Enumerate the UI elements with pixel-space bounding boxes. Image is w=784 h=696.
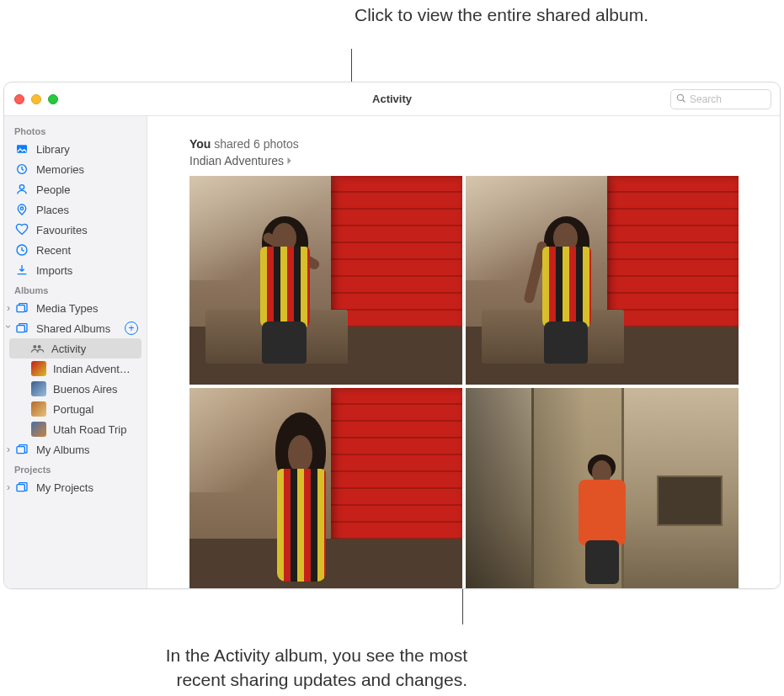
- stack-icon: [14, 300, 29, 316]
- sidebar-item-media-types[interactable]: Media Types: [4, 298, 147, 318]
- sidebar-item-my-albums[interactable]: My Albums: [4, 439, 147, 460]
- sidebar-item-label: Buenos Aires: [53, 383, 118, 396]
- add-shared-album-button[interactable]: +: [125, 321, 138, 335]
- sidebar-item-favourites[interactable]: Favourites: [4, 220, 147, 240]
- album-thumb-icon: [31, 422, 46, 437]
- section-header-albums: Albums: [4, 280, 147, 298]
- sidebar-item-label: Places: [36, 204, 69, 216]
- activity-header: You shared 6 photos Indian Adventures: [147, 116, 780, 176]
- sidebar-item-indian-adventures[interactable]: Indian Advent…: [4, 359, 147, 379]
- sidebar-item-label: Portugal: [53, 403, 93, 416]
- window-title: Activity: [4, 93, 780, 105]
- section-header-projects: Projects: [4, 460, 147, 477]
- projects-icon: [14, 480, 29, 495]
- sidebar-item-label: Media Types: [36, 302, 98, 315]
- clock-icon: [14, 242, 29, 258]
- sidebar-item-my-projects[interactable]: My Projects: [4, 477, 147, 497]
- download-icon: [14, 263, 29, 278]
- photo-thumbnail[interactable]: [466, 388, 739, 588]
- sidebar: Photos Library Memories People Places Fa…: [4, 116, 147, 588]
- album-thumb-icon: [31, 401, 46, 417]
- photo-thumbnail[interactable]: [189, 176, 462, 385]
- people-icon: [14, 182, 29, 197]
- sidebar-item-label: My Albums: [36, 444, 90, 456]
- activity-actor: You: [189, 137, 211, 151]
- sidebar-item-buenos-aires[interactable]: Buenos Aires: [4, 379, 147, 399]
- search-field[interactable]: [670, 89, 771, 109]
- app-window: Activity Photos Library Memories People: [3, 82, 781, 589]
- svg-point-4: [20, 207, 23, 210]
- search-icon: [676, 92, 686, 107]
- svg-rect-6: [17, 305, 24, 312]
- sidebar-item-imports[interactable]: Imports: [4, 260, 147, 280]
- sidebar-item-memories[interactable]: Memories: [4, 159, 147, 179]
- callout-bottom-text: In the Activity album, you see the most …: [131, 644, 467, 692]
- section-header-photos: Photos: [4, 121, 147, 139]
- sidebar-item-people[interactable]: People: [4, 179, 147, 199]
- sidebar-item-shared-albums[interactable]: Shared Albums +: [4, 318, 147, 338]
- photo-grid: [147, 176, 780, 588]
- sidebar-item-label: Memories: [36, 163, 84, 176]
- sidebar-item-label: Shared Albums: [36, 322, 110, 335]
- svg-rect-10: [17, 447, 24, 454]
- sidebar-item-label: Favourites: [36, 224, 88, 236]
- places-icon: [14, 202, 29, 217]
- titlebar: Activity: [4, 82, 780, 116]
- svg-point-9: [38, 345, 41, 348]
- photo-thumbnail[interactable]: [466, 176, 739, 385]
- svg-point-8: [33, 345, 36, 348]
- main-content: You shared 6 photos Indian Adventures: [147, 116, 780, 588]
- heart-icon: [14, 222, 29, 237]
- sidebar-item-label: Utah Road Trip: [53, 423, 126, 436]
- chevron-right-icon: [286, 153, 293, 170]
- activity-action-text: shared 6 photos: [211, 137, 298, 151]
- svg-point-3: [19, 185, 24, 189]
- sidebar-item-label: My Projects: [36, 481, 93, 494]
- sidebar-item-utah-road-trip[interactable]: Utah Road Trip: [4, 419, 147, 439]
- sidebar-item-label: Recent: [36, 244, 71, 257]
- sidebar-item-recent[interactable]: Recent: [4, 240, 147, 260]
- svg-rect-11: [17, 485, 24, 491]
- svg-rect-7: [17, 326, 24, 332]
- album-icon: [14, 442, 29, 457]
- search-input[interactable]: [690, 93, 781, 105]
- memories-icon: [14, 162, 29, 177]
- album-link-label: Indian Adventures: [189, 153, 284, 170]
- sidebar-item-portugal[interactable]: Portugal: [4, 399, 147, 419]
- svg-rect-0: [17, 145, 27, 152]
- sidebar-item-places[interactable]: Places: [4, 199, 147, 220]
- sidebar-item-label: Library: [36, 143, 70, 156]
- sidebar-item-label: Activity: [51, 343, 86, 355]
- callout-line-bottom: [462, 589, 463, 624]
- shared-album-icon: [14, 321, 29, 336]
- photo-thumbnail[interactable]: [189, 388, 462, 588]
- album-thumb-icon: [31, 381, 46, 396]
- sidebar-item-label: Imports: [36, 264, 72, 277]
- callout-top-text: Click to view the entire shared album.: [355, 3, 666, 27]
- people-group-icon: [29, 341, 45, 356]
- sidebar-item-library[interactable]: Library: [4, 139, 147, 159]
- sidebar-item-activity[interactable]: Activity: [9, 338, 141, 359]
- library-icon: [14, 141, 29, 157]
- sidebar-item-label: Indian Advent…: [53, 363, 131, 375]
- album-thumb-icon: [31, 361, 46, 376]
- album-link[interactable]: Indian Adventures: [189, 153, 780, 170]
- sidebar-item-label: People: [36, 183, 70, 196]
